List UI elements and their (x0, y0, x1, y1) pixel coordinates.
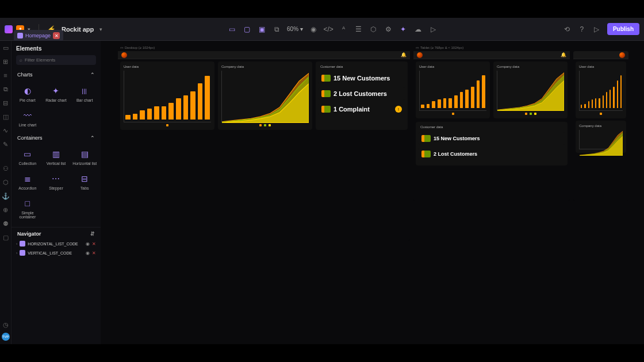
translate-icon[interactable]: ᴬ (339, 25, 348, 34)
container-accordion[interactable]: ≣Accordion (14, 170, 41, 194)
rail-anchor-icon[interactable]: ⚓ (2, 192, 9, 199)
container-tabs[interactable]: ⊟Tabs (71, 170, 98, 194)
delete-icon[interactable]: ✕ (92, 241, 96, 247)
elem-icon: ◐ (22, 86, 33, 96)
elem-icon: ⫼ (79, 86, 90, 96)
section-containers[interactable]: Containers⌃ (12, 133, 101, 143)
chart-pie-chart[interactable]: ◐Pie chart (14, 82, 41, 106)
chart-line-chart[interactable]: 〰Line chart (14, 107, 41, 130)
sparkle-icon[interactable]: ✦ (398, 25, 408, 34)
card-user-data[interactable]: User data (576, 61, 626, 118)
rail-clock-icon[interactable]: ◷ (2, 321, 9, 328)
nav-row[interactable]: ›HORIZONTAL_LIST_CODE◉✕ (12, 239, 101, 248)
container-vertical-list[interactable]: ▥Vertical list (43, 145, 70, 169)
box-tool-icon[interactable]: ▢ (242, 25, 251, 34)
filter-input[interactable] (25, 57, 93, 63)
container-collection[interactable]: ▭Collection (14, 145, 41, 169)
page-icon (17, 33, 23, 38)
preview-play-icon[interactable]: ▷ (592, 25, 601, 34)
rail-cube-icon[interactable]: ⬡ (2, 179, 9, 186)
rail-users-icon[interactable]: ⚇ (2, 165, 9, 172)
list-item-icon (421, 151, 431, 157)
stack-tool-icon[interactable]: ▣ (257, 25, 266, 34)
section-charts[interactable]: Charts⌃ (12, 70, 101, 80)
publish-button[interactable]: Publish (607, 23, 639, 35)
db-icon[interactable]: ☰ (354, 25, 363, 34)
shield-icon[interactable]: ⬡ (369, 25, 378, 34)
list-item[interactable]: 2 Lost Customers (318, 87, 405, 100)
settings-icon[interactable]: ⚙ (384, 25, 393, 34)
tab-close-icon[interactable]: ✕ (53, 32, 60, 39)
node-type-icon (20, 250, 25, 256)
page-tab-homepage[interactable]: Homepage ✕ (14, 30, 63, 41)
code-icon[interactable]: </> (324, 25, 333, 34)
zoom-level[interactable]: 60% ▾ (287, 26, 303, 32)
chevron-up-icon: ⌃ (90, 135, 95, 141)
list-item-icon (321, 75, 331, 82)
app-title[interactable]: Rockit app (62, 26, 94, 33)
list-item-icon (321, 106, 331, 113)
rail-layers-icon[interactable]: ◫ (2, 113, 9, 120)
filter-elements-input[interactable]: ⌕ (16, 55, 96, 65)
cloud-icon[interactable]: ☁ (413, 25, 423, 34)
rail-ruler-icon[interactable]: ⊟ (2, 99, 9, 106)
preview-desktop[interactable]: ▭ Desktop (≥ 1024px) 🔔 User data Company… (118, 51, 410, 241)
elem-icon: ⊟ (79, 174, 90, 184)
rail-style-icon[interactable]: ⧉ (2, 86, 9, 93)
container-horizontal-list[interactable]: ▤Horizontal list (71, 145, 98, 169)
rail-link-icon[interactable]: ∿ (2, 127, 9, 134)
rail-data-icon[interactable]: ≡ (2, 72, 9, 79)
help-icon[interactable]: ? (577, 25, 586, 34)
chart-bar-chart[interactable]: ⫼Bar chart (71, 82, 98, 106)
card-user-data[interactable]: User data (416, 61, 490, 118)
rail-plug-icon[interactable]: ⊕ (2, 206, 9, 213)
play-icon[interactable]: ▷ (428, 25, 438, 34)
cursor-tool-icon[interactable]: ▭ (227, 25, 236, 34)
card-company-data[interactable]: Company data (218, 61, 312, 130)
preview-tablet[interactable]: ▭ Tablet (≥ 768px & < 1024px) 🔔 User dat… (413, 51, 570, 201)
preview-mobile[interactable]: ▭ Mobile (< 767px) User data Company dat… (573, 51, 628, 201)
card-company-data[interactable]: Company data (576, 121, 626, 153)
chart-radar-chart[interactable]: ✦Radar chart (43, 82, 70, 106)
expand-icon[interactable]: › (16, 242, 17, 246)
container-stepper[interactable]: ⋯Stepper (43, 170, 70, 194)
card-customer-data[interactable]: Customer data 15 New Customers2 Lost Cus… (416, 122, 568, 165)
list-item[interactable]: 15 New Customers (318, 72, 405, 84)
rail-elements-icon[interactable]: ⊞ (2, 58, 9, 65)
elem-icon: ▤ (79, 149, 90, 159)
frame-label-desktop: ▭ Desktop (≥ 1024px) (120, 45, 155, 49)
eye-icon[interactable]: ◉ (309, 25, 318, 34)
list-item[interactable]: 15 New Customers (418, 132, 565, 145)
visibility-icon[interactable]: ◉ (86, 251, 90, 256)
brand-logo-icon (619, 52, 625, 58)
card-user-data[interactable]: User data (120, 61, 214, 130)
rail-pages-icon[interactable]: ▭ (2, 44, 9, 51)
page-tabs: Homepage ✕ (14, 30, 63, 41)
preview-header: 🔔 (118, 51, 410, 59)
container-simple-container[interactable]: □Simple container (14, 195, 41, 222)
rail-pen-icon[interactable]: ✎ (2, 141, 9, 148)
canvas[interactable]: ▭ Desktop (≥ 1024px) 🔔 User data Company… (101, 41, 644, 344)
nav-row[interactable]: ›VERTICAL_LIST_CODE◉✕ (12, 248, 101, 257)
screens-icon[interactable]: ⧉ (272, 25, 281, 34)
bell-icon[interactable]: 🔔 (401, 52, 407, 57)
list-item[interactable]: 1 Complaint! (318, 103, 405, 115)
user-avatar[interactable]: TVP (2, 333, 10, 341)
delete-icon[interactable]: ✕ (92, 251, 96, 256)
card-customer-data[interactable]: Customer data 15 New Customers2 Lost Cus… (316, 61, 408, 130)
elem-icon: ⋯ (51, 174, 61, 184)
list-item-icon (421, 135, 431, 142)
rail-bag-icon[interactable]: ▢ (2, 234, 9, 241)
card-company-data[interactable]: Company data (493, 61, 568, 118)
rail-person-icon[interactable]: ⚉ (2, 220, 9, 227)
elements-title: Elements (12, 41, 101, 55)
visibility-icon[interactable]: ◉ (86, 241, 90, 247)
list-item-icon (321, 90, 331, 97)
bell-icon[interactable]: 🔔 (561, 52, 566, 57)
chevron-up-icon: ⌃ (90, 72, 95, 78)
expand-icon[interactable]: › (16, 251, 17, 255)
list-item[interactable]: 2 Lost Customers (418, 148, 565, 160)
app-logo-icon[interactable] (5, 25, 13, 33)
history-icon[interactable]: ⟲ (562, 25, 572, 34)
navigator-options-icon[interactable]: ⇵ (90, 231, 95, 237)
